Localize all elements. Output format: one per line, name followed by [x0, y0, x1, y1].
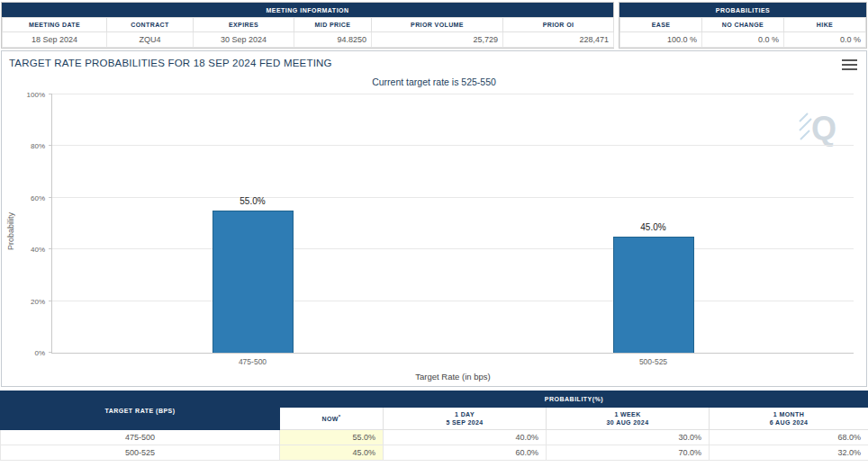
chart-title: TARGET RATE PROBABILITIES FOR 18 SEP 202… — [9, 58, 332, 68]
one-week-date: 30 AUG 2024 — [548, 419, 707, 426]
bar-500-525[interactable] — [613, 237, 694, 353]
gridline — [52, 197, 854, 198]
y-tick-mark — [49, 145, 52, 146]
gridline — [52, 301, 854, 301]
meeting-information-panel: MEETING INFORMATION MEETING DATE CONTRAC… — [1, 2, 614, 49]
svg-text:Q: Q — [811, 110, 836, 147]
now-label: NOW — [321, 417, 338, 423]
target-rate-cell: 500-525 — [1, 445, 280, 461]
target-rate-bps-header: TARGET RATE (BPS) — [1, 391, 280, 430]
x-category-label: 500-525 — [613, 357, 694, 366]
y-tick-mark — [49, 197, 52, 198]
meeting-information-table: MEETING DATE CONTRACT EXPIRES MID PRICE … — [2, 17, 614, 48]
prior-oi-header: PRIOR OI — [503, 18, 614, 32]
expires-value: 30 Sep 2024 — [194, 32, 294, 48]
probabilities-title: PROBABILITIES — [619, 3, 866, 17]
one-week-column-header: 1 WEEK 30 AUG 2024 — [547, 408, 710, 430]
chart-subtitle: Current target rate is 525-550 — [2, 76, 866, 87]
probabilities-table: EASE NO CHANGE HIKE 100.0 % 0.0 % 0.0 % — [619, 17, 866, 48]
contract-value: ZQU4 — [107, 32, 194, 48]
now-footnote-mark: * — [339, 414, 341, 419]
contract-header: CONTRACT — [107, 18, 194, 32]
now-probability-cell: 45.0% — [280, 445, 384, 461]
one-month-probability-cell: 32.0% — [710, 445, 868, 461]
no-change-header: NO CHANGE — [702, 18, 784, 32]
meeting-date-header: MEETING DATE — [3, 18, 107, 32]
bar-value-label: 55.0% — [212, 196, 294, 206]
ease-value: 100.0 % — [620, 32, 702, 48]
y-tick-label: 20% — [31, 297, 45, 305]
one-day-label: 1 DAY — [385, 411, 544, 418]
prior-volume-value: 25,729 — [372, 32, 503, 48]
prior-oi-value: 228,471 — [503, 32, 614, 48]
gridline — [52, 145, 854, 146]
plot-area: Q Target Rate (in bps) 0%20%40%60%80%100… — [51, 94, 854, 354]
probabilities-panel: PROBABILITIES EASE NO CHANGE HIKE 100.0 … — [619, 2, 867, 49]
y-tick-label: 60% — [31, 193, 45, 202]
bar-475-500[interactable] — [212, 211, 294, 353]
one-month-column-header: 1 MONTH 6 AUG 2024 — [710, 408, 868, 430]
y-tick-label: 100% — [27, 91, 45, 99]
one-day-probability-cell: 60.0% — [384, 445, 547, 461]
bar-value-label: 45.0% — [613, 222, 694, 232]
gridline — [52, 248, 854, 249]
x-axis-title: Target Rate (in bps) — [52, 372, 854, 382]
y-tick-mark — [49, 352, 52, 353]
hike-value: 0.0 % — [784, 32, 866, 48]
y-tick-mark — [49, 301, 52, 301]
quikstrike-watermark-icon: Q — [798, 103, 839, 154]
expires-header: EXPIRES — [194, 18, 294, 32]
table-row: 475-500 55.0% 40.0% 30.0% 68.0% — [1, 430, 868, 445]
one-month-probability-cell: 68.0% — [710, 430, 868, 445]
now-probability-cell: 55.0% — [280, 430, 384, 445]
chart-menu-icon[interactable] — [842, 59, 857, 73]
one-day-date: 5 SEP 2024 — [385, 419, 544, 426]
meeting-date-value: 18 Sep 2024 — [3, 32, 107, 48]
ease-header: EASE — [620, 18, 702, 32]
one-day-column-header: 1 DAY 5 SEP 2024 — [384, 408, 547, 430]
x-category-label: 475-500 — [212, 357, 294, 366]
y-axis-title: Probability — [6, 159, 15, 303]
one-week-label: 1 WEEK — [548, 411, 707, 418]
y-tick-mark — [49, 248, 52, 249]
one-week-probability-cell: 30.0% — [547, 430, 710, 445]
target-rate-cell: 475-500 — [1, 430, 280, 445]
prior-volume-header: PRIOR VOLUME — [372, 18, 503, 32]
meeting-information-title: MEETING INFORMATION — [2, 3, 613, 17]
one-month-date: 6 AUG 2024 — [711, 419, 866, 426]
mid-price-header: MID PRICE — [294, 18, 372, 32]
y-tick-label: 80% — [31, 142, 45, 150]
target-rate-probabilities-chart: TARGET RATE PROBABILITIES FOR 18 SEP 202… — [1, 50, 867, 387]
table-row: 500-525 45.0% 60.0% 70.0% 32.0% — [1, 445, 868, 461]
probability-history-table: TARGET RATE (BPS) PROBABILITY(%) NOW* 1 … — [0, 391, 868, 461]
one-month-label: 1 MONTH — [711, 411, 866, 418]
one-day-probability-cell: 40.0% — [384, 430, 547, 445]
probability-pct-header: PROBABILITY(%) — [280, 391, 868, 408]
y-tick-label: 40% — [31, 246, 45, 254]
hike-header: HIKE — [784, 18, 866, 32]
y-tick-label: 0% — [34, 349, 45, 357]
gridline — [52, 94, 854, 94]
top-info-row: MEETING INFORMATION MEETING DATE CONTRAC… — [0, 0, 868, 50]
now-column-header: NOW* — [280, 408, 384, 430]
no-change-value: 0.0 % — [702, 32, 784, 48]
one-week-probability-cell: 70.0% — [547, 445, 710, 461]
mid-price-value: 94.8250 — [294, 32, 372, 48]
y-tick-mark — [49, 94, 52, 94]
